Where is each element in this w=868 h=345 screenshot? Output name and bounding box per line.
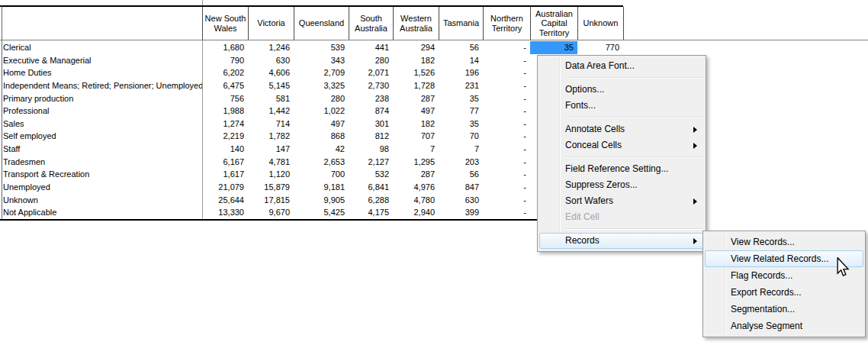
data-cell[interactable]: 2,653: [294, 156, 349, 169]
data-cell[interactable]: 2,127: [349, 156, 393, 169]
menu-item-options[interactable]: Options...: [539, 82, 704, 98]
data-cell[interactable]: 287: [393, 168, 439, 181]
menu-item-fonts[interactable]: Fonts...: [539, 98, 704, 114]
data-cell[interactable]: 6,202: [202, 66, 248, 79]
data-cell[interactable]: 182: [393, 54, 439, 67]
data-cell[interactable]: 3,325: [294, 79, 349, 92]
data-cell[interactable]: 812: [349, 130, 393, 143]
data-cell[interactable]: 1,246: [248, 41, 294, 54]
data-cell[interactable]: 1,120: [248, 168, 294, 181]
data-cell[interactable]: 9,181: [294, 181, 349, 194]
data-cell[interactable]: 203: [439, 156, 483, 169]
data-cell[interactable]: 14: [439, 54, 483, 67]
column-header[interactable]: Victoria: [249, 7, 294, 40]
data-cell[interactable]: 294: [393, 41, 439, 54]
selected-cell[interactable]: 35: [530, 41, 577, 54]
data-cell[interactable]: 280: [349, 54, 393, 67]
row-label[interactable]: Professional: [0, 105, 202, 118]
column-header[interactable]: Unknown: [578, 7, 624, 40]
column-header[interactable]: New South Wales: [203, 7, 249, 40]
menu-item-conceal-cells[interactable]: Conceal Cells: [539, 137, 704, 153]
data-cell[interactable]: -: [483, 143, 530, 156]
column-header[interactable]: South Australia: [349, 7, 394, 40]
data-cell[interactable]: 847: [439, 181, 483, 194]
data-cell[interactable]: 147: [248, 143, 294, 156]
data-cell[interactable]: -: [483, 41, 530, 54]
data-cell[interactable]: -: [483, 105, 530, 118]
row-label[interactable]: Independent Means; Retired; Pensioner; U…: [0, 79, 202, 92]
data-cell[interactable]: 790: [202, 54, 248, 67]
row-label[interactable]: Self employed: [0, 130, 202, 143]
data-cell[interactable]: 1,988: [202, 105, 248, 118]
data-cell[interactable]: 231: [439, 79, 483, 92]
menu-item-export-records[interactable]: Export Records...: [705, 284, 863, 301]
menu-item-view-records[interactable]: View Records...: [705, 234, 863, 250]
data-cell[interactable]: 2,940: [393, 206, 439, 219]
data-cell[interactable]: 874: [349, 105, 393, 118]
data-cell[interactable]: 1,617: [202, 168, 248, 181]
data-cell[interactable]: 17,815: [248, 194, 294, 207]
data-cell[interactable]: 56: [439, 41, 483, 54]
menu-item-segmentation[interactable]: Segmentation...: [705, 301, 863, 318]
data-cell[interactable]: 4,780: [393, 194, 439, 207]
data-cell[interactable]: 77: [439, 105, 483, 118]
data-cell[interactable]: 1,782: [248, 130, 294, 143]
data-cell[interactable]: 15,879: [248, 181, 294, 194]
data-cell[interactable]: 287: [393, 92, 439, 105]
data-cell[interactable]: 42: [294, 143, 349, 156]
data-cell[interactable]: 1,022: [294, 105, 349, 118]
data-cell[interactable]: 1,728: [393, 79, 439, 92]
data-cell[interactable]: 497: [393, 105, 439, 118]
data-cell[interactable]: 4,175: [349, 206, 393, 219]
data-cell[interactable]: 35: [439, 118, 483, 131]
row-label[interactable]: Home Duties: [0, 66, 202, 79]
row-label[interactable]: Not Applicable: [0, 206, 202, 219]
data-cell[interactable]: 98: [349, 143, 393, 156]
data-cell[interactable]: 21,079: [202, 181, 248, 194]
data-cell[interactable]: 399: [439, 206, 483, 219]
data-cell[interactable]: -: [483, 130, 530, 143]
data-cell[interactable]: 196: [439, 66, 483, 79]
menu-item-annotate-cells[interactable]: Annotate Cells: [539, 121, 704, 137]
row-label[interactable]: Clerical: [0, 41, 202, 54]
data-cell[interactable]: 532: [349, 168, 393, 181]
data-cell[interactable]: -: [483, 194, 530, 207]
data-cell[interactable]: -: [483, 79, 530, 92]
data-cell[interactable]: -: [483, 156, 530, 169]
data-cell[interactable]: 630: [248, 54, 294, 67]
data-cell[interactable]: 70: [439, 130, 483, 143]
data-cell[interactable]: -: [483, 54, 530, 67]
data-cell[interactable]: 25,644: [202, 194, 248, 207]
column-header[interactable]: Queensland: [294, 7, 349, 40]
data-cell[interactable]: 868: [294, 130, 349, 143]
data-cell[interactable]: -: [483, 92, 530, 105]
data-cell[interactable]: 238: [349, 92, 393, 105]
data-cell[interactable]: -: [483, 66, 530, 79]
data-cell[interactable]: 4,781: [248, 156, 294, 169]
row-label[interactable]: Unemployed: [0, 181, 202, 194]
data-cell[interactable]: -: [483, 206, 530, 219]
data-cell[interactable]: 7: [439, 143, 483, 156]
data-cell[interactable]: 539: [294, 41, 349, 54]
column-header[interactable]: Northern Territory: [484, 7, 531, 40]
data-cell[interactable]: 280: [294, 92, 349, 105]
data-cell[interactable]: 441: [349, 41, 393, 54]
data-cell[interactable]: 5,425: [294, 206, 349, 219]
data-cell[interactable]: 1,274: [202, 118, 248, 131]
row-label[interactable]: Unknown: [0, 194, 202, 207]
row-label-header-cell[interactable]: [2, 7, 203, 40]
data-cell[interactable]: 2,071: [349, 66, 393, 79]
data-cell[interactable]: 182: [393, 118, 439, 131]
data-cell[interactable]: 6,288: [349, 194, 393, 207]
data-cell[interactable]: 9,905: [294, 194, 349, 207]
column-header[interactable]: Australian Capital Territory: [531, 7, 578, 40]
menu-item-sort-wafers[interactable]: Sort Wafers: [539, 193, 704, 209]
data-cell[interactable]: 581: [248, 92, 294, 105]
data-cell[interactable]: 13,330: [202, 206, 248, 219]
data-cell[interactable]: 497: [294, 118, 349, 131]
data-cell[interactable]: 756: [202, 92, 248, 105]
row-label[interactable]: Transport & Recreation: [0, 168, 202, 181]
data-cell[interactable]: 7: [393, 143, 439, 156]
data-cell[interactable]: 2,730: [349, 79, 393, 92]
data-cell[interactable]: -: [483, 181, 530, 194]
